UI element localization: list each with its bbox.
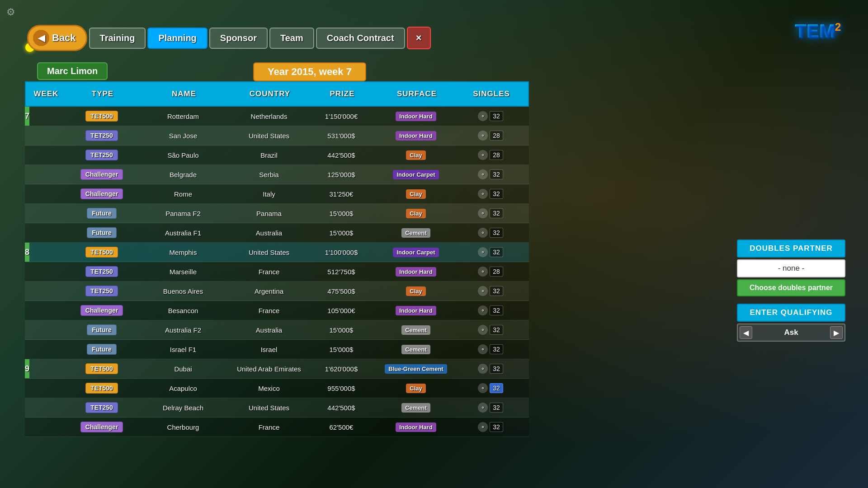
- tournament-prize: 1'620'000$: [310, 365, 373, 373]
- singles-icon: ⚬: [478, 169, 488, 179]
- tournament-name: Buenos Aires: [138, 287, 228, 295]
- tournament-prize: 125'000$: [310, 171, 373, 178]
- tournament-country: Serbia: [228, 171, 310, 178]
- tournament-country: France: [228, 268, 310, 276]
- table-row[interactable]: TET250São PauloBrazil442'500$Clay⚬28⚬⚬16: [25, 145, 529, 165]
- type-badge: Challenger: [80, 422, 123, 432]
- table-row[interactable]: FutureIsrael F1Israel15'000$Cement⚬32⚬⚬1…: [25, 340, 529, 359]
- singles-count: 32: [490, 189, 503, 199]
- surface-badge: Clay: [406, 286, 425, 296]
- tournament-name: Israel F1: [138, 346, 228, 353]
- tournament-country: Panama: [228, 210, 310, 217]
- singles-count: 32: [490, 228, 503, 238]
- table-row[interactable]: ChallengerRomeItaly31'250€Clay⚬32⚬⚬16: [25, 184, 529, 204]
- singles-icon: ⚬: [478, 267, 488, 277]
- tournament-country: Argentina: [228, 287, 310, 295]
- table-row[interactable]: ChallengerCherbourgFrance62'500€Indoor H…: [25, 418, 529, 437]
- table-row[interactable]: TET500AcapulcoMexico955'000$Clay⚬32⚬⚬16: [25, 379, 529, 398]
- coach-contract-button[interactable]: Coach Contract: [316, 28, 405, 49]
- close-button[interactable]: ×: [407, 27, 431, 49]
- nav-right-button[interactable]: ▶: [830, 326, 843, 339]
- table-body[interactable]: 7TET500RotterdamNetherlands1'150'000€Ind…: [25, 107, 529, 452]
- back-label: Back: [52, 32, 76, 44]
- type-badge: TET500: [85, 111, 118, 122]
- type-badge: TET250: [85, 266, 118, 277]
- singles-count: 32: [490, 364, 503, 374]
- col-singles: SINGLES: [460, 89, 523, 99]
- tournament-prize: 1'150'000€: [310, 113, 373, 120]
- surface-badge: Cement: [401, 403, 430, 413]
- singles-icon: ⚬: [478, 228, 488, 238]
- surface-badge: Clay: [406, 209, 425, 218]
- doubles-partner-value: - none -: [737, 259, 845, 277]
- surface-badge: Indoor Hard: [396, 112, 436, 121]
- sponsor-button[interactable]: Sponsor: [209, 28, 268, 49]
- type-badge: Future: [87, 208, 117, 219]
- col-type: TYPE: [66, 89, 139, 99]
- table-row[interactable]: FutureAustralia F2Australia15'000$Cement…: [25, 320, 529, 340]
- table-row[interactable]: TET250MarseilleFrance512'750$Indoor Hard…: [25, 262, 529, 282]
- table-row[interactable]: TET250Buenos AiresArgentina475'500$Clay⚬…: [25, 282, 529, 301]
- type-badge: TET250: [85, 130, 118, 141]
- tournament-prize: 62'500€: [310, 423, 373, 431]
- tournament-name: Belgrade: [138, 171, 228, 178]
- col-name: NAME: [139, 89, 229, 99]
- week-cell: 7: [25, 107, 29, 126]
- tournament-country: Mexico: [228, 385, 310, 392]
- tournament-name: Australia F2: [138, 326, 228, 334]
- training-button[interactable]: Training: [89, 28, 146, 49]
- singles-icon: ⚬: [478, 111, 488, 121]
- table-row[interactable]: 7TET500RotterdamNetherlands1'150'000€Ind…: [25, 107, 529, 126]
- back-button[interactable]: ◀ Back: [27, 25, 87, 51]
- table-row[interactable]: 9TET500DubaiUnited Arab Emirates1'620'00…: [25, 359, 529, 379]
- singles-count: 32: [490, 208, 503, 218]
- col-surface: SURFACE: [374, 89, 460, 99]
- planning-button[interactable]: Planning: [147, 28, 207, 49]
- tournament-name: Cherbourg: [138, 423, 228, 431]
- singles-count: 32: [490, 344, 503, 354]
- table-row[interactable]: TET250Delray BeachUnited States442'500$C…: [25, 398, 529, 418]
- tournament-country: Israel: [228, 346, 310, 353]
- surface-badge: Cement: [401, 345, 430, 354]
- choose-partner-button[interactable]: Choose doubles partner: [737, 279, 845, 296]
- tournament-name: Acapulco: [138, 385, 228, 392]
- surface-badge: Blue-Green Cement: [385, 364, 447, 374]
- tournament-prize: 442'500$: [310, 151, 373, 159]
- app-logo: TEM2: [795, 20, 841, 42]
- tournament-country: Netherlands: [228, 113, 310, 120]
- singles-count: 28: [490, 267, 503, 277]
- type-badge: TET250: [85, 286, 118, 296]
- tournament-name: Australia F1: [138, 229, 228, 237]
- surface-badge: Clay: [406, 150, 425, 160]
- type-badge: TET250: [85, 402, 118, 413]
- singles-count: 32: [490, 325, 503, 335]
- table-row[interactable]: ChallengerBelgradeSerbia125'000$Indoor C…: [25, 165, 529, 184]
- nav-left-button[interactable]: ◀: [740, 326, 752, 339]
- surface-badge: Clay: [406, 384, 425, 393]
- col-doubles: DOUBLES: [523, 89, 529, 99]
- tournament-name: Dubai: [138, 365, 228, 373]
- ask-nav: ◀ Ask ▶: [737, 324, 845, 342]
- week-cell: 9: [25, 359, 29, 378]
- tournament-prize: 442'500$: [310, 404, 373, 412]
- singles-count: 28: [490, 150, 503, 160]
- table-row[interactable]: FutureAustralia F1Australia15'000$Cement…: [25, 223, 529, 243]
- table-row[interactable]: 8TET500MemphisUnited States1'100'000$Ind…: [25, 243, 529, 262]
- singles-icon: ⚬: [478, 383, 488, 393]
- table-row[interactable]: ChallengerBesanconFrance105'000€Indoor H…: [25, 301, 529, 320]
- singles-count: 32: [490, 383, 503, 393]
- surface-badge: Clay: [406, 189, 425, 199]
- singles-count: 32: [490, 286, 503, 296]
- singles-icon: ⚬: [478, 131, 488, 141]
- tournament-prize: 15'000$: [310, 229, 373, 237]
- singles-icon: ⚬: [478, 189, 488, 199]
- type-badge: TET500: [85, 363, 118, 374]
- right-panel: DOUBLES PARTNER - none - Choose doubles …: [737, 239, 845, 342]
- back-arrow-icon: ◀: [33, 30, 49, 46]
- tournament-name: Marseille: [138, 268, 228, 276]
- table-row[interactable]: FuturePanama F2Panama15'000$Clay⚬32⚬⚬16: [25, 204, 529, 223]
- tournament-prize: 475'500$: [310, 287, 373, 295]
- table-row[interactable]: TET250San JoseUnited States531'000$Indoo…: [25, 126, 529, 145]
- type-badge: Challenger: [80, 305, 123, 316]
- team-button[interactable]: Team: [269, 28, 314, 49]
